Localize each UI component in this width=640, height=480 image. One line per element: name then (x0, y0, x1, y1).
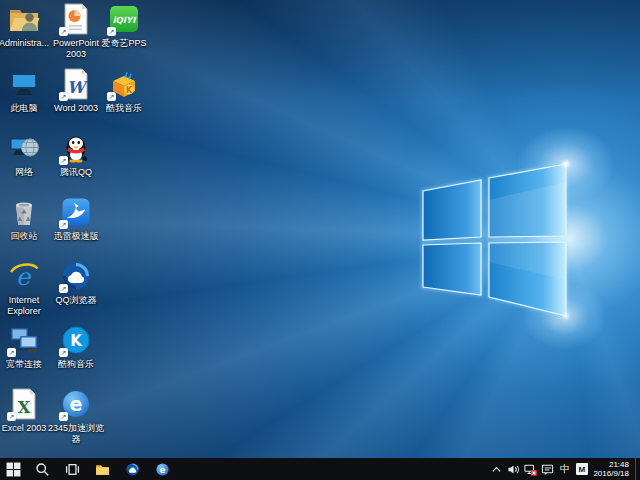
taskbar: e 中M 21:48 2016/9/18 (0, 458, 640, 480)
2345-browser-taskbar-button[interactable]: e (147, 458, 177, 480)
desktop-icon-internet-explorer[interactable]: eInternet Explorer (0, 260, 48, 317)
hidden-icons-button[interactable] (488, 458, 505, 480)
taskbar-buttons: e (0, 458, 177, 480)
network-icon (8, 132, 40, 164)
desktop-icon-broadband-connection[interactable]: ↗宽带连接 (0, 324, 48, 370)
shortcut-arrow-overlay: ↗ (7, 412, 16, 421)
desktop-icon-label: 腾讯QQ (44, 167, 108, 178)
shortcut-arrow-overlay: ↗ (59, 156, 68, 165)
svg-text:K: K (70, 332, 83, 350)
ie-icon: e (8, 260, 40, 292)
desktop-icon-label: 爱奇艺PPS (92, 38, 156, 49)
input-method-indicator-text: M (576, 463, 588, 475)
shortcut-arrow-overlay: ↗ (59, 27, 68, 36)
volume-button[interactable] (505, 458, 522, 480)
svg-text:e: e (159, 464, 165, 474)
desktop-icon-powerpoint-2003[interactable]: ↗PowerPoint 2003 (52, 3, 100, 60)
shortcut-arrow-overlay: ↗ (59, 284, 68, 293)
computer-icon (8, 68, 40, 100)
desktop[interactable]: Administra...↗PowerPoint 2003iQIYI↗爱奇艺PP… (0, 0, 640, 458)
svg-text:K: K (126, 86, 133, 95)
excel-icon: X↗ (8, 388, 40, 420)
desktop-icon-network[interactable]: 网络 (0, 132, 48, 178)
powerpoint-icon: ↗ (60, 3, 92, 35)
iqiyi-icon: iQIYI↗ (108, 3, 140, 35)
shortcut-arrow-overlay: ↗ (107, 27, 116, 36)
qq-browser-icon (125, 462, 140, 477)
desktop-icon-label: 迅雷极速版 (44, 231, 108, 242)
network-status-button[interactable] (522, 458, 539, 480)
desktop-icon-excel-2003[interactable]: X↗Excel 2003 (0, 388, 48, 434)
desktop-icon-2345-browser[interactable]: e↗2345加速浏览器 (52, 388, 100, 445)
desktop-icon-recycle-bin[interactable]: 回收站 (0, 196, 48, 242)
shortcut-arrow-overlay: ↗ (59, 412, 68, 421)
desktop-icon-kuwo-music[interactable]: K↗酷我音乐 (100, 68, 148, 114)
xunlei-icon: ↗ (60, 196, 92, 228)
show-desktop-button[interactable] (635, 458, 640, 480)
qq-penguin-icon: ↗ (60, 132, 92, 164)
svg-text:X: X (18, 398, 31, 417)
shortcut-arrow-overlay: ↗ (59, 348, 68, 357)
user-folder-icon (8, 3, 40, 35)
start-button[interactable] (0, 458, 27, 480)
desktop-icon-administrator-folder[interactable]: Administra... (0, 3, 48, 49)
taskbar-clock[interactable]: 21:48 2016/9/18 (590, 458, 635, 480)
recycle-bin-icon (8, 196, 40, 228)
shortcut-arrow-overlay: ↗ (59, 92, 68, 101)
taskbar-empty-area[interactable] (177, 458, 488, 480)
action-center-icon (541, 463, 554, 476)
input-method-indicator[interactable]: M (573, 458, 590, 480)
desktop-icon-xunlei-speed[interactable]: ↗迅雷极速版 (52, 196, 100, 242)
task-view-button[interactable] (57, 458, 87, 480)
desktop-icon-tencent-qq[interactable]: ↗腾讯QQ (52, 132, 100, 178)
windows-logo-icon (6, 462, 21, 477)
desktop-icon-qq-browser[interactable]: ↗QQ浏览器 (52, 260, 100, 306)
2345-browser-icon: e↗ (60, 388, 92, 420)
shortcut-arrow-overlay: ↗ (107, 92, 116, 101)
clock-time: 21:48 (593, 460, 629, 470)
kugou-music-icon: K↗ (60, 324, 92, 356)
task-view-icon (65, 462, 80, 477)
system-tray: 中M (488, 458, 590, 480)
svg-text:iQIYI: iQIYI (113, 15, 136, 25)
volume-icon (507, 463, 520, 476)
network-disconnected-icon (524, 463, 537, 476)
chevron-up-icon (490, 463, 503, 476)
broadband-icon: ↗ (8, 324, 40, 356)
desktop-icon-kugou-music[interactable]: K↗酷狗音乐 (52, 324, 100, 370)
word-icon: W↗ (60, 68, 92, 100)
desktop-icon-label: 酷我音乐 (92, 103, 156, 114)
qq-browser-taskbar-button[interactable] (117, 458, 147, 480)
search-icon (35, 462, 50, 477)
screen: Administra...↗PowerPoint 2003iQIYI↗爱奇艺PP… (0, 0, 640, 480)
desktop-icon-label: 酷狗音乐 (44, 359, 108, 370)
svg-text:e: e (70, 393, 83, 415)
desktop-icon-label: 2345加速浏览器 (44, 423, 108, 445)
desktop-icon-this-pc[interactable]: 此电脑 (0, 68, 48, 114)
desktop-icon-label: QQ浏览器 (44, 295, 108, 306)
shortcut-arrow-overlay: ↗ (7, 348, 16, 357)
search-button[interactable] (27, 458, 57, 480)
2345-browser-icon: e (155, 462, 170, 477)
ime-mode-indicator[interactable]: 中 (556, 458, 573, 480)
action-center-button[interactable] (539, 458, 556, 480)
folder-icon (95, 462, 110, 477)
shortcut-arrow-overlay: ↗ (59, 220, 68, 229)
clock-date: 2016/9/18 (593, 469, 629, 479)
qq-browser-icon: ↗ (60, 260, 92, 292)
file-explorer-button[interactable] (87, 458, 117, 480)
ime-mode-indicator-text: 中 (560, 464, 570, 474)
desktop-icon-iqiyi-pps[interactable]: iQIYI↗爱奇艺PPS (100, 3, 148, 49)
kuwo-music-icon: K↗ (108, 68, 140, 100)
